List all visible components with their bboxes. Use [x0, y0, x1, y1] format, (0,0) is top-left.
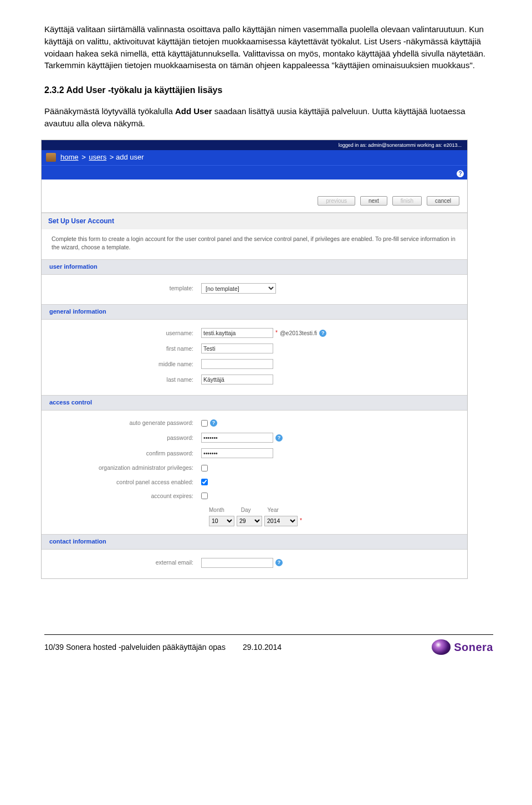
expires-label: account expires:	[52, 492, 201, 500]
confirm-label: confirm password:	[52, 449, 201, 458]
crumb-sep2: >	[108, 152, 116, 163]
firstname-input[interactable]	[201, 343, 273, 353]
cpaccess-checkbox[interactable]	[201, 479, 208, 485]
cancel-button[interactable]: cancel	[427, 196, 459, 206]
year-select[interactable]: 2014	[264, 516, 298, 526]
wizard-buttons: previous next finish cancel	[42, 180, 467, 212]
p2-part-a: Päänäkymästä löytyvällä työkalulla	[44, 106, 175, 116]
blue-bar: ?	[42, 165, 467, 180]
required-star: *	[300, 517, 302, 525]
username-input[interactable]	[201, 328, 273, 338]
lastname-input[interactable]	[201, 375, 273, 384]
setup-desc: Complete this form to create a login acc…	[42, 229, 467, 259]
crumb-home[interactable]: home	[60, 152, 79, 163]
section-general: general information	[42, 304, 467, 320]
external-label: external email:	[52, 558, 201, 567]
year-label: Year	[268, 506, 279, 515]
crumb-users[interactable]: users	[89, 152, 106, 163]
orgadmin-checkbox[interactable]	[201, 465, 208, 471]
autogen-label: auto generate password:	[52, 419, 201, 427]
password-input[interactable]	[201, 433, 273, 443]
autogen-checkbox[interactable]	[201, 420, 208, 427]
home-icon	[46, 153, 56, 162]
template-select[interactable]: [no template]	[201, 283, 276, 294]
section-userinfo: user information	[42, 259, 467, 275]
section-contact: contact information	[42, 534, 467, 550]
sonera-brand: Sonera	[454, 639, 493, 655]
previous-button[interactable]: previous	[318, 196, 355, 206]
section-access: access control	[42, 395, 467, 411]
setup-title: Set Up User Account	[42, 212, 467, 229]
crumb-adduser: add user	[116, 152, 144, 163]
hint-icon[interactable]: ?	[275, 434, 283, 442]
breadcrumb: home > users > add user	[42, 150, 467, 165]
footer-date: 29.10.2014	[243, 643, 282, 652]
password-label: password:	[52, 434, 201, 442]
finish-button[interactable]: finish	[392, 196, 422, 206]
orgadmin-label: organization administrator privileges:	[52, 464, 201, 472]
template-label: template:	[52, 284, 201, 293]
confirm-input[interactable]	[201, 448, 273, 458]
external-email-input[interactable]	[201, 558, 273, 568]
username-label: username:	[52, 329, 201, 337]
month-label: Month	[209, 506, 224, 515]
doc-heading-232: 2.3.2 Add User -työkalu ja käyttäjien li…	[44, 84, 493, 96]
help-icon[interactable]: ?	[457, 170, 464, 177]
expires-checkbox[interactable]	[201, 493, 208, 499]
crumb-sep1: >	[80, 152, 88, 163]
p2-bold: Add User	[175, 106, 212, 116]
middlename-input[interactable]	[201, 359, 273, 369]
footer-left: 10/39 Sonera hosted -palveluiden pääkäyt…	[44, 643, 226, 652]
middlename-label: middle name:	[52, 360, 201, 368]
lastname-label: last name:	[52, 376, 201, 384]
cpaccess-label: control panel access enabled:	[52, 478, 201, 486]
doc-paragraph-2: Päänäkymästä löytyvällä työkalulla Add U…	[44, 105, 493, 130]
doc-paragraph-1: Käyttäjä valitaan siirtämällä valinnasta…	[44, 23, 493, 71]
next-button[interactable]: next	[360, 196, 387, 206]
hint-icon[interactable]: ?	[319, 330, 326, 337]
sonera-swirl-icon	[432, 639, 451, 655]
add-user-screenshot: logged in as: admin@soneratommi working …	[41, 140, 468, 579]
sonera-logo: Sonera	[432, 639, 493, 655]
required-star: *	[275, 329, 278, 337]
day-select[interactable]: 29	[237, 516, 262, 526]
logged-in-bar: logged in as: admin@soneratommi working …	[42, 140, 467, 150]
page-footer: 10/39 Sonera hosted -palveluiden pääkäyt…	[44, 635, 493, 655]
hint-icon[interactable]: ?	[275, 559, 283, 566]
firstname-label: first name:	[52, 345, 201, 353]
hint-icon[interactable]: ?	[210, 419, 217, 427]
month-select[interactable]: 10	[209, 516, 234, 526]
day-label: Day	[241, 506, 251, 515]
username-domain: @e2013testi.fi	[280, 329, 317, 337]
